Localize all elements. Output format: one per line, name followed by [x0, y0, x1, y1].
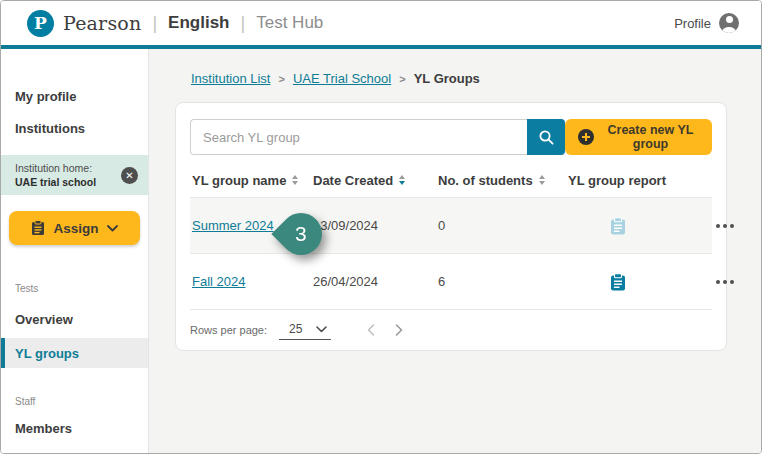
sidebar-item-overview[interactable]: Overview [1, 308, 148, 330]
institution-home-text: Institution home: UAE trial school [15, 161, 96, 189]
create-yl-group-label: Create new YL group [602, 123, 699, 151]
search-input[interactable] [190, 119, 527, 155]
annotation-step-number: 3 [295, 222, 307, 246]
clipboard-icon [31, 220, 45, 236]
profile-menu[interactable]: Profile [674, 13, 739, 33]
report-button[interactable] [610, 273, 626, 291]
profile-label: Profile [674, 16, 711, 31]
body-layout: My profile Institutions Institution home… [1, 49, 761, 453]
annotation-pin-icon: 3 [271, 204, 330, 263]
chevron-down-icon [316, 326, 327, 333]
main-content: Institution List > UAE Trial School > YL… [149, 49, 761, 453]
report-button-disabled[interactable] [610, 217, 626, 235]
pearson-logo-icon: P [27, 10, 54, 37]
institution-home-box: Institution home: UAE trial school ✕ [1, 155, 148, 195]
rows-per-page-value: 25 [289, 322, 302, 336]
sidebar-item-my-profile[interactable]: My profile [1, 85, 148, 107]
brand-suite: Test Hub [256, 13, 323, 33]
column-label: YL group report [568, 173, 666, 188]
breadcrumb-separator: > [399, 73, 405, 85]
sort-icon [539, 175, 545, 185]
app-header: P Pearson | English | Test Hub Profile [1, 1, 761, 45]
yl-groups-card: Create new YL group YL group name Date C… [175, 102, 727, 351]
column-label: YL group name [192, 173, 286, 188]
yl-group-link[interactable]: Fall 2024 [192, 274, 245, 289]
column-label: No. of students [438, 173, 533, 188]
assign-button[interactable]: Assign [9, 211, 140, 245]
plus-circle-icon [578, 129, 594, 145]
logo-letter: P [34, 13, 47, 33]
brand: P Pearson | English | Test Hub [27, 10, 323, 37]
rows-per-page-label: Rows per page: [190, 324, 267, 336]
breadcrumb: Institution List > UAE Trial School > YL… [191, 71, 745, 86]
institution-home-title: Institution home: [15, 161, 96, 175]
column-label: Date Created [313, 173, 393, 188]
chevron-left-icon [367, 324, 375, 336]
sort-icon [292, 175, 298, 185]
students-count-cell: 0 [438, 218, 568, 233]
column-header-date-created[interactable]: Date Created [313, 173, 438, 188]
breadcrumb-institution-list[interactable]: Institution List [191, 71, 271, 86]
assign-label: Assign [53, 221, 98, 236]
table-row-summer-2024: Summer 2024 13/09/2024 0 [190, 197, 712, 253]
date-created-cell: 13/09/2024 [313, 218, 438, 233]
column-header-yl-group-report: YL group report [568, 173, 716, 188]
app-window: P Pearson | English | Test Hub Profile M… [0, 0, 762, 454]
annotation-step-callout: 3 [280, 213, 322, 255]
profile-icon [719, 13, 739, 33]
rows-per-page-select[interactable]: 25 [279, 320, 331, 340]
search-button[interactable] [527, 119, 565, 155]
yl-group-link[interactable]: Summer 2024 [192, 218, 274, 233]
institution-home-name: UAE trial school [15, 175, 96, 189]
table-footer: Rows per page: 25 [190, 309, 712, 350]
sidebar-section-tests: Tests [1, 283, 148, 294]
date-created-cell: 26/04/2024 [313, 274, 438, 289]
brand-divider: | [152, 13, 157, 34]
close-icon[interactable]: ✕ [121, 167, 138, 184]
brand-divider: | [241, 13, 246, 34]
sort-icon-active [399, 175, 405, 185]
sidebar: My profile Institutions Institution home… [1, 49, 149, 453]
sidebar-section-staff: Staff [1, 396, 148, 407]
toolbar: Create new YL group [190, 119, 712, 155]
search-icon [538, 129, 555, 146]
sidebar-item-institutions[interactable]: Institutions [1, 117, 148, 139]
chevron-right-icon [395, 324, 403, 336]
breadcrumb-separator: > [279, 73, 285, 85]
create-yl-group-button[interactable]: Create new YL group [565, 119, 712, 155]
column-header-no-of-students[interactable]: No. of students [438, 173, 568, 188]
report-clipboard-icon [610, 273, 626, 291]
brand-wordmark: Pearson [63, 12, 141, 34]
brand-product: English [168, 13, 229, 33]
column-header-yl-group-name[interactable]: YL group name [192, 173, 313, 188]
previous-page-button[interactable] [365, 322, 377, 338]
table-header-row: YL group name Date Created No. of studen… [190, 163, 712, 197]
report-clipboard-icon [610, 217, 626, 235]
next-page-button[interactable] [393, 322, 405, 338]
sidebar-item-members[interactable]: Members [1, 417, 148, 439]
students-count-cell: 6 [438, 274, 568, 289]
row-actions-menu[interactable] [716, 276, 734, 288]
search-group [190, 119, 565, 155]
table-row-fall-2024: Fall 2024 26/04/2024 6 [190, 253, 712, 309]
breadcrumb-current: YL Groups [414, 71, 480, 86]
chevron-down-icon [107, 225, 118, 232]
breadcrumb-uae-trial-school[interactable]: UAE Trial School [293, 71, 391, 86]
sidebar-item-yl-groups[interactable]: YL groups [1, 338, 148, 368]
row-actions-menu[interactable] [716, 220, 734, 232]
